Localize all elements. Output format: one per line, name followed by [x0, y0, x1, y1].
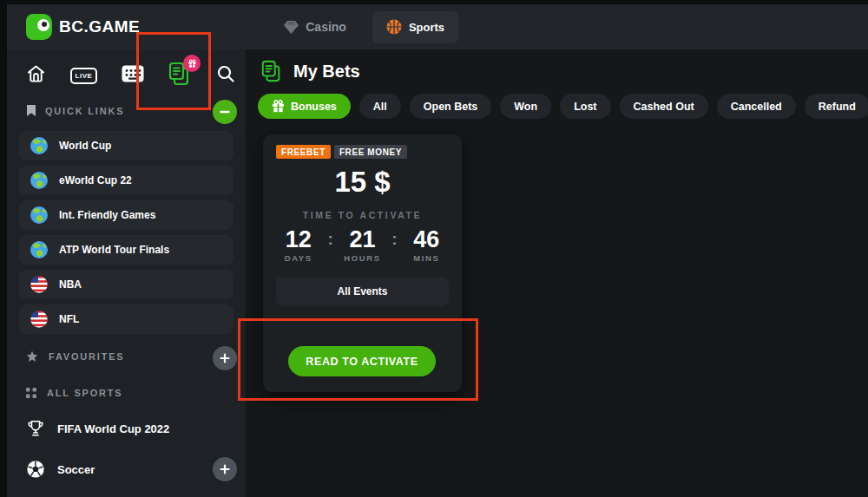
trophy-icon	[26, 419, 45, 438]
filter-label: Bonuses	[291, 101, 337, 113]
tab-casino[interactable]: Casino	[270, 11, 360, 43]
gift-icon	[272, 100, 285, 113]
bcgame-logo[interactable]: BC.GAME	[26, 14, 140, 40]
add-favourite-button[interactable]	[213, 346, 237, 370]
main-content: My Bets Bonuses All Open Bets Won Lost C…	[246, 49, 868, 497]
us-flag-icon	[30, 275, 49, 294]
countdown-hours-value: 21	[340, 227, 385, 252]
tab-casino-label: Casino	[306, 20, 346, 34]
sidebar-item-soccer[interactable]: Soccer	[26, 460, 95, 479]
expand-soccer-button[interactable]	[213, 457, 237, 481]
globe-icon	[30, 206, 49, 225]
star-icon	[26, 350, 38, 363]
bet-filter-tabs: Bonuses All Open Bets Won Lost Cashed Ou…	[258, 94, 868, 119]
filter-won[interactable]: Won	[500, 94, 551, 119]
all-sports-label: ALL SPORTS	[47, 388, 122, 398]
filter-label: Cancelled	[731, 101, 782, 113]
home-icon[interactable]	[26, 64, 46, 83]
quick-link-label: ATP World Tour Finals	[59, 244, 169, 256]
page-title: My Bets	[293, 62, 360, 82]
favourites-label: FAVOURITES	[49, 351, 124, 362]
sidebar: LIVE QUICK LINKS	[7, 49, 246, 497]
live-sports-icon[interactable]: LIVE	[70, 66, 98, 82]
sidebar-item-fifa-world-cup-2022[interactable]: FIFA World Cup 2022	[26, 419, 169, 438]
soccer-ball-icon	[26, 460, 45, 479]
favourites-header: FAVOURITES	[26, 350, 124, 363]
read-to-activate-button[interactable]: READ TO ACTIVATE	[288, 346, 436, 376]
quick-link-atp-world-tour-finals[interactable]: ATP World Tour Finals	[19, 235, 233, 265]
countdown-days-label: DAYS	[276, 253, 320, 263]
diamond-icon	[284, 21, 299, 34]
filter-all[interactable]: All	[359, 94, 401, 119]
countdown-days-value: 12	[276, 227, 320, 252]
quick-link-nfl[interactable]: NFL	[19, 304, 233, 334]
filter-refund[interactable]: Refund	[805, 94, 868, 119]
quick-link-label: Int. Friendly Games	[59, 209, 155, 221]
us-flag-icon	[30, 310, 49, 329]
quick-link-nba[interactable]: NBA	[19, 270, 233, 299]
filter-cashed-out[interactable]: Cashed Out	[620, 94, 708, 119]
quick-links-collapse-button[interactable]	[213, 100, 237, 124]
quick-links-list: World Cup eWorld Cup 22 Int. Friendly Ga…	[19, 131, 233, 339]
filter-bonuses[interactable]: Bonuses	[258, 94, 351, 119]
my-bets-icon[interactable]	[168, 62, 192, 86]
quick-link-world-cup[interactable]: World Cup	[19, 131, 233, 160]
filter-open-bets[interactable]: Open Bets	[410, 94, 492, 119]
sidebar-item-label: Soccer	[57, 463, 95, 476]
countdown-hours: 21 HOURS	[340, 227, 385, 263]
filter-label: Refund	[819, 101, 856, 113]
filter-label: All	[373, 101, 387, 113]
bonus-badge-icon	[183, 55, 201, 72]
filter-label: Lost	[574, 101, 596, 113]
globe-icon	[30, 136, 49, 155]
quick-link-eworld-cup-22[interactable]: eWorld Cup 22	[19, 166, 233, 195]
quick-link-label: World Cup	[59, 140, 111, 152]
my-bets-page-icon	[260, 60, 283, 82]
freebet-tag: FREEBET	[276, 145, 331, 159]
app-window: BC.GAME Casino Sports LIVE	[0, 0, 868, 497]
bonus-amount: 15 $	[276, 166, 449, 199]
countdown-mins-value: 46	[404, 227, 449, 252]
filter-label: Open Bets	[424, 101, 478, 113]
sidebar-nav-icons: LIVE	[26, 62, 235, 86]
countdown-hours-label: HOURS	[340, 253, 385, 263]
bcgame-logo-icon	[26, 14, 52, 40]
live-icon-label: LIVE	[70, 68, 98, 84]
time-to-activate-label: TIME TO ACTIVATE	[276, 210, 449, 220]
search-icon[interactable]	[216, 64, 235, 83]
quick-link-int-friendly-games[interactable]: Int. Friendly Games	[19, 200, 233, 230]
quick-link-label: eWorld Cup 22	[59, 174, 132, 186]
grid-icon	[26, 388, 36, 398]
quick-links-label: QUICK LINKS	[45, 106, 124, 116]
quick-link-label: NFL	[59, 313, 79, 325]
countdown-timer: 12 DAYS : 21 HOURS : 46 MINS	[276, 227, 449, 263]
sidebar-item-label: FIFA World Cup 2022	[57, 422, 169, 435]
quick-links-header: QUICK LINKS	[26, 104, 124, 117]
countdown-days: 12 DAYS	[276, 227, 320, 263]
free-money-tag: FREE MONEY	[334, 145, 407, 159]
filter-label: Cashed Out	[634, 101, 694, 113]
bonus-tags: FREEBET FREE MONEY	[276, 145, 449, 159]
countdown-separator: :	[320, 227, 339, 252]
globe-icon	[30, 171, 49, 190]
tab-sports[interactable]: Sports	[372, 11, 458, 43]
freebet-bonus-card: FREEBET FREE MONEY 15 $ TIME TO ACTIVATE…	[263, 134, 462, 392]
countdown-separator: :	[385, 227, 404, 252]
filter-cancelled[interactable]: Cancelled	[717, 94, 796, 119]
countdown-mins: 46 MINS	[404, 227, 449, 263]
top-bar: BC.GAME Casino Sports	[7, 4, 868, 49]
quick-link-label: NBA	[59, 278, 82, 291]
tab-sports-label: Sports	[409, 21, 444, 34]
all-sports-header[interactable]: ALL SPORTS	[26, 388, 122, 398]
filter-label: Won	[514, 101, 537, 113]
all-events-button[interactable]: All Events	[276, 277, 449, 306]
countdown-mins-label: MINS	[404, 253, 449, 263]
virtual-sports-icon[interactable]	[122, 65, 144, 82]
bookmark-icon	[26, 104, 36, 117]
globe-icon	[30, 240, 49, 259]
bcgame-logo-text: BC.GAME	[59, 17, 140, 36]
filter-lost[interactable]: Lost	[560, 94, 610, 119]
basketball-icon	[386, 19, 402, 35]
page-header: My Bets	[260, 60, 360, 82]
